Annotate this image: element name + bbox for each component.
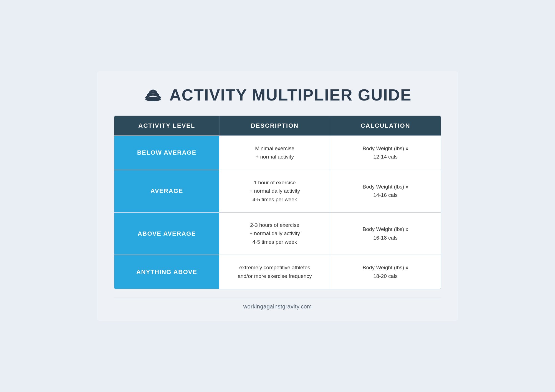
main-card: ACTIVITY MULTIPLIER GUIDE ACTIVITY LEVEL… xyxy=(97,71,458,321)
description-text: 2-3 hours of exercise+ normal daily acti… xyxy=(249,221,300,246)
activity-label: ANYTHING ABOVE xyxy=(136,268,197,276)
activity-label: ABOVE AVERAGE xyxy=(138,230,196,237)
activity-label: BELOW AVERAGE xyxy=(137,149,196,156)
page-header: ACTIVITY MULTIPLIER GUIDE xyxy=(114,85,441,104)
calculation-text: Body Weight (lbs) x14-16 cals xyxy=(363,183,408,200)
col-header-calculation: CALCULATION xyxy=(330,116,441,135)
description-cell-average: 1 hour of exercise+ normal daily activit… xyxy=(220,170,330,212)
description-cell-anything-above: extremely competitive athletesand/or mor… xyxy=(220,255,330,289)
description-cell-below-average: Minimal exercise+ normal activity xyxy=(220,136,330,170)
activity-label: AVERAGE xyxy=(150,187,183,195)
calculation-cell-anything-above: Body Weight (lbs) x18-20 cals xyxy=(330,255,441,289)
calculation-text: Body Weight (lbs) x18-20 cals xyxy=(363,263,408,280)
description-cell-above-average: 2-3 hours of exercise+ normal daily acti… xyxy=(220,213,330,255)
page-title: ACTIVITY MULTIPLIER GUIDE xyxy=(170,86,412,104)
description-text: extremely competitive athletesand/or mor… xyxy=(238,263,312,280)
activity-table: ACTIVITY LEVEL DESCRIPTION CALCULATION B… xyxy=(114,115,441,289)
page-footer: workingagainstgravity.com xyxy=(114,298,441,310)
calculation-text: Body Weight (lbs) x16-18 cals xyxy=(363,225,408,242)
table-row: ANYTHING ABOVE extremely competitive ath… xyxy=(114,255,441,289)
activity-cell-average: AVERAGE xyxy=(114,170,220,212)
activity-cell-below-average: BELOW AVERAGE xyxy=(114,136,220,170)
col-header-activity: ACTIVITY LEVEL xyxy=(114,116,220,135)
table-header-row: ACTIVITY LEVEL DESCRIPTION CALCULATION xyxy=(114,116,441,135)
table-row: ABOVE AVERAGE 2-3 hours of exercise+ nor… xyxy=(114,212,441,255)
logo-icon xyxy=(143,85,163,104)
table-row: BELOW AVERAGE Minimal exercise+ normal a… xyxy=(114,135,441,170)
col-header-description: DESCRIPTION xyxy=(220,116,330,135)
activity-cell-above-average: ABOVE AVERAGE xyxy=(114,213,220,255)
calculation-text: Body Weight (lbs) x12-14 cals xyxy=(363,144,408,161)
calculation-cell-above-average: Body Weight (lbs) x16-18 cals xyxy=(330,213,441,255)
calculation-cell-average: Body Weight (lbs) x14-16 cals xyxy=(330,170,441,212)
description-text: Minimal exercise+ normal activity xyxy=(255,144,294,161)
footer-url: workingagainstgravity.com xyxy=(243,303,312,310)
table-row: AVERAGE 1 hour of exercise+ normal daily… xyxy=(114,170,441,212)
activity-cell-anything-above: ANYTHING ABOVE xyxy=(114,255,220,289)
description-text: 1 hour of exercise+ normal daily activit… xyxy=(249,179,300,204)
calculation-cell-below-average: Body Weight (lbs) x12-14 cals xyxy=(330,136,441,170)
